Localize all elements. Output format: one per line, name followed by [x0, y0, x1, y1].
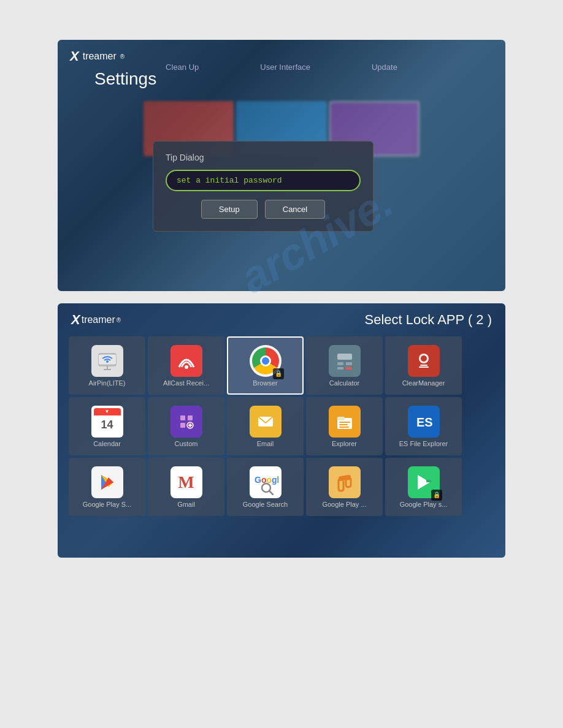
googleplays2-icon: 🔒 [408, 466, 440, 498]
browser-label: Browser [253, 379, 277, 387]
logo2-treamer: treamer [82, 314, 115, 325]
googleplay-icon [91, 466, 123, 498]
app-googlesearch[interactable]: Google Google Search [227, 458, 304, 516]
svg-rect-9 [337, 362, 343, 365]
setup-button[interactable]: Setup [201, 200, 258, 219]
svg-rect-32 [339, 427, 349, 428]
browser-icon: 🔒 [250, 345, 282, 377]
app-googleplay[interactable]: Google Play S... [69, 458, 145, 516]
settings-tabs: Clean Up User Interface Update [58, 58, 505, 77]
clearmanager-icon [408, 345, 440, 377]
svg-line-42 [269, 491, 273, 495]
app-googlemusic[interactable]: Google Play ... [306, 458, 383, 516]
app-googleplays2[interactable]: 🔒 Google Play s... [385, 458, 462, 516]
svg-point-15 [421, 355, 427, 362]
app-calculator[interactable]: Calculator [306, 336, 383, 395]
svg-rect-17 [419, 366, 429, 368]
app-clearmanager[interactable]: ClearManager [385, 336, 462, 395]
googlemusic-icon [329, 466, 361, 498]
custom-label: Custom [175, 440, 198, 448]
app-airpin[interactable]: AirPin(LITE) [69, 336, 145, 395]
svg-rect-19 [180, 415, 185, 420]
clearmanager-label: ClearManager [402, 379, 445, 387]
email-icon [250, 406, 282, 438]
tab-update[interactable]: Update [341, 58, 428, 77]
tab-cleanup[interactable]: Clean Up [135, 58, 229, 77]
calculator-label: Calculator [329, 379, 360, 387]
tip-dialog: Tip Dialog Setup Cancel [153, 141, 373, 232]
explorer-label: Explorer [332, 440, 357, 448]
lock-badge-2: 🔒 [431, 490, 442, 501]
email-label: Email [257, 440, 274, 448]
googlesearch-icon: Google [250, 466, 282, 498]
app-calendar[interactable]: ▼ 14 Calendar [69, 397, 145, 455]
password-input[interactable] [166, 170, 361, 191]
svg-rect-7 [334, 350, 356, 372]
app-esfile[interactable]: ES ES File Explorer [385, 397, 462, 455]
panel2-header: Xtreamer® Select Lock APP ( 2 ) [58, 303, 505, 334]
app-custom[interactable]: Custom [148, 397, 224, 455]
allcast-label: AllCast Recei... [163, 379, 209, 387]
svg-rect-46 [426, 480, 431, 482]
allcast-icon [170, 345, 202, 377]
svg-rect-12 [346, 367, 352, 370]
calculator-icon [329, 345, 361, 377]
dialog-title: Tip Dialog [166, 153, 361, 162]
select-lock-title: Select Lock APP ( 2 ) [365, 312, 492, 328]
svg-rect-16 [420, 365, 427, 366]
svg-rect-20 [188, 415, 193, 420]
airpin-label: AirPin(LITE) [89, 379, 126, 387]
app-explorer[interactable]: Explorer [306, 397, 383, 455]
dialog-buttons: Setup Cancel [166, 200, 361, 219]
calendar-icon: ▼ 14 [91, 406, 123, 438]
svg-rect-11 [337, 367, 343, 370]
logo2-plus: ® [117, 317, 121, 324]
svg-rect-29 [337, 417, 345, 420]
svg-rect-18 [175, 411, 197, 433]
app-email[interactable]: Email [227, 397, 304, 455]
calendar-label: Calendar [93, 440, 121, 448]
logo2-x: X [71, 312, 80, 328]
svg-rect-43 [334, 471, 356, 493]
svg-rect-21 [180, 423, 185, 428]
googlemusic-label: Google Play ... [322, 501, 366, 509]
svg-point-4 [106, 360, 109, 363]
esfile-icon: ES [408, 406, 440, 438]
svg-rect-30 [339, 422, 350, 423]
gmail-letter: M [178, 472, 194, 492]
panel-lockapp: Xtreamer® Select Lock APP ( 2 ) AirPin(L… [58, 303, 505, 558]
airpin-icon [91, 345, 123, 377]
svg-point-6 [185, 365, 188, 369]
cancel-button[interactable]: Cancel [265, 200, 325, 219]
app-browser[interactable]: 🔒 Browser [227, 336, 304, 395]
svg-text:ES: ES [416, 415, 433, 429]
tab-userinterface[interactable]: User Interface [229, 58, 341, 77]
app-gmail[interactable]: M Gmail [148, 458, 224, 516]
app-allcast[interactable]: AllCast Recei... [148, 336, 224, 395]
lock-badge: 🔒 [273, 368, 284, 379]
svg-rect-31 [339, 424, 348, 425]
app-grid: AirPin(LITE) AllCast Recei... 🔒 Browser [58, 334, 505, 518]
gmail-label: Gmail [177, 501, 195, 509]
custom-icon [170, 406, 202, 438]
explorer-icon [329, 406, 361, 438]
googleplays2-label: Google Play s... [400, 501, 448, 509]
svg-rect-10 [346, 362, 352, 365]
svg-rect-8 [337, 354, 352, 360]
googlesearch-label: Google Search [243, 501, 288, 509]
gmail-icon: M [170, 466, 202, 498]
panel-settings: Xtreamer® Settings Tip Dialog Setup Canc… [58, 40, 505, 291]
esfile-label: ES File Explorer [399, 440, 448, 448]
googleplay-label: Google Play S... [83, 501, 132, 509]
